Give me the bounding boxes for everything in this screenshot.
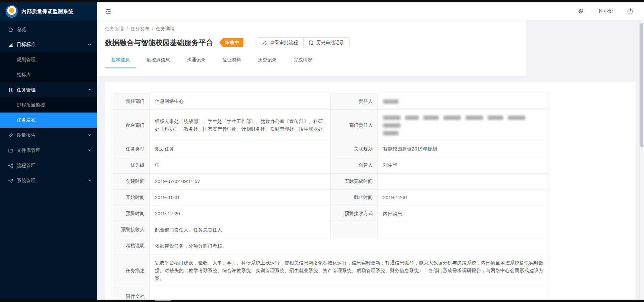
top-header: 许小华 <box>97 2 644 20</box>
field-value: 信息网络中心 <box>150 93 331 110</box>
tab-bar: 基本信息 质控点信息 沟通记录 佐证材料 历史记录 完成情况 <box>105 53 518 68</box>
collapse-menu-icon[interactable] <box>105 8 112 15</box>
flow-icon <box>8 163 13 168</box>
redacted-name <box>383 116 400 120</box>
logout-power-icon[interactable] <box>628 8 633 14</box>
field-value: 中 <box>150 157 331 173</box>
history-approval-records-button[interactable]: 历史审批记录 <box>303 37 350 48</box>
bottom-black-strip <box>0 300 644 302</box>
sidebar-item-file-library[interactable]: 文件库管理 <box>0 143 97 158</box>
field-label: 预警接收方式 <box>331 206 378 222</box>
sidebar-item-label: 任务管理 <box>17 87 36 93</box>
table-row: 创建时间 2019-07-02 09:11:57 实际完成时间 <box>112 173 549 189</box>
sidebar-item-label: 任务发布 <box>17 117 36 123</box>
sidebar-item-overview[interactable]: 总览 <box>0 22 97 37</box>
tab-qc-point-info[interactable]: 质控点信息 <box>141 53 176 68</box>
field-label-empty <box>331 222 378 238</box>
table-row: 考核说明 依据建设任务，分项分部门考核。 <box>112 238 549 254</box>
field-label: 配合部门 <box>112 110 150 141</box>
tab-basic-info[interactable]: 基本信息 <box>105 53 136 68</box>
breadcrumb-separator: / <box>152 26 153 32</box>
field-label: 责任部门 <box>112 93 150 110</box>
redacted-name <box>466 116 483 120</box>
status-badge: 审核中 <box>219 38 244 47</box>
user-name[interactable]: 许小华 <box>599 8 613 14</box>
school-emblem-logo <box>5 5 18 18</box>
vertical-scrollbar[interactable] <box>639 20 644 300</box>
tab-supporting-materials[interactable]: 佐证材料 <box>216 53 247 68</box>
field-value: 规划任务 <box>150 141 331 157</box>
chevron-up-icon <box>88 88 92 92</box>
sidebar-menu: 总览 目标标准 规划管理 指标库 任务管理 <box>0 20 97 188</box>
table-row: 任务描述 完成平台项目建设，验收。人事、学工、科研系统上线运行，使相关信息网络化… <box>112 254 549 287</box>
field-label: 创建时间 <box>112 173 150 189</box>
title-row: 数据融合与智能校园基础服务平台 审核中 查看审批流程 历史审批记录 <box>105 37 518 48</box>
sidebar-item-label: 质量报告 <box>17 132 36 138</box>
field-label: 预警时间 <box>112 206 150 222</box>
sidebar-item-label: 流程管理 <box>17 163 36 169</box>
sidebar-item-plan-management[interactable]: 规划管理 <box>0 52 97 67</box>
top-black-strip <box>0 0 644 2</box>
field-label: 责任人 <box>331 93 378 110</box>
table-row: 预警时间 2019-12-20 预警接收方式 内部消息 <box>112 206 549 222</box>
header-right: 许小华 <box>578 8 644 14</box>
chevron-down-icon <box>88 178 92 182</box>
view-approval-flow-button[interactable]: 查看审批流程 <box>257 37 304 48</box>
sidebar-item-system-management[interactable]: 系统管理 <box>0 173 97 188</box>
field-value: 2019-01-01 <box>150 189 331 206</box>
file-clock-icon <box>309 40 314 45</box>
page-title: 数据融合与智能校园基础服务平台 <box>105 38 213 47</box>
field-value <box>378 222 549 238</box>
tab-communication-records[interactable]: 沟通记录 <box>181 53 212 68</box>
breadcrumb-separator: / <box>126 26 128 32</box>
field-label: 创建人 <box>331 157 378 173</box>
submenu-task-management: 过程质量监控 任务发布 <box>0 97 97 128</box>
tab-history-records[interactable]: 历史记录 <box>252 53 283 68</box>
field-value <box>378 173 549 189</box>
table-row: 配合部门 组织人事处〔统战部〕、学生处〔学生工作部〕、党政办公室〔宣传部〕、科研… <box>112 110 549 141</box>
app-title: 内部质量保证监测系统 <box>21 8 73 15</box>
field-label: 部门责任人 <box>331 110 378 141</box>
tab-completion-status[interactable]: 完成情况 <box>287 53 318 68</box>
field-label: 优先级 <box>112 157 150 173</box>
cluster-icon <box>262 40 267 45</box>
sidebar-item-label: 指标库 <box>17 72 31 78</box>
sidebar-item-task-publish[interactable]: 任务发布 <box>0 113 97 128</box>
edit-pencil-icon <box>8 133 13 138</box>
sidebar-item-label: 目标标准 <box>17 42 36 48</box>
detail-card: 责任部门 信息网络中心 责任人 配合部门 组织人事处〔统战部〕、学生处〔学生工作… <box>105 82 636 300</box>
logo-bar: 内部质量保证监测系统 <box>0 2 97 20</box>
chevron-up-icon <box>88 42 92 46</box>
scrollbar-thumb[interactable] <box>640 23 643 147</box>
bar-chart-icon <box>8 42 13 47</box>
sidebar-item-process-quality-monitor[interactable]: 过程质量监控 <box>0 97 97 113</box>
field-value: 2019-12-20 <box>150 206 331 222</box>
field-label: 开始时间 <box>112 189 150 206</box>
sidebar-item-label: 总览 <box>17 27 26 33</box>
sidebar-item-target-standard[interactable]: 目标标准 <box>0 37 97 52</box>
sidebar-item-label: 文件库管理 <box>17 147 40 154</box>
chevron-down-icon <box>88 133 92 137</box>
breadcrumb-task-publish[interactable]: 任务发布 <box>130 26 149 32</box>
redacted-name <box>383 131 398 135</box>
field-value: 内部消息 <box>378 206 549 222</box>
redacted-name <box>508 116 525 120</box>
breadcrumb-task-management[interactable]: 任务管理 <box>105 26 124 32</box>
app-screen: 内部质量保证监测系统 总览 目标标准 规划管理 指标库 <box>0 0 644 302</box>
folder-icon <box>8 148 13 153</box>
field-value: 2019-12-31 <box>378 189 549 206</box>
sidebar-item-indicator-library[interactable]: 指标库 <box>0 67 97 82</box>
field-value: 依据建设任务，分项分部门考核。 <box>150 238 549 254</box>
page-header: 任务管理 / 任务发布 / 任务详情 数据融合与智能校园基础服务平台 审核中 查… <box>97 20 526 76</box>
settings-gear-icon[interactable] <box>578 8 584 14</box>
sidebar-item-task-management[interactable]: 任务管理 <box>0 82 97 97</box>
field-label: 任务描述 <box>112 254 150 287</box>
redacted-name <box>443 116 461 120</box>
submenu-target-standard: 规划管理 指标库 <box>0 52 97 82</box>
field-label: 关联规划 <box>331 141 378 157</box>
field-label: 预警接收人 <box>112 222 150 238</box>
redacted-name <box>383 123 400 128</box>
field-value-redacted <box>378 110 549 141</box>
sidebar-item-quality-report[interactable]: 质量报告 <box>0 128 97 143</box>
sidebar-item-process-management[interactable]: 流程管理 <box>0 158 97 173</box>
